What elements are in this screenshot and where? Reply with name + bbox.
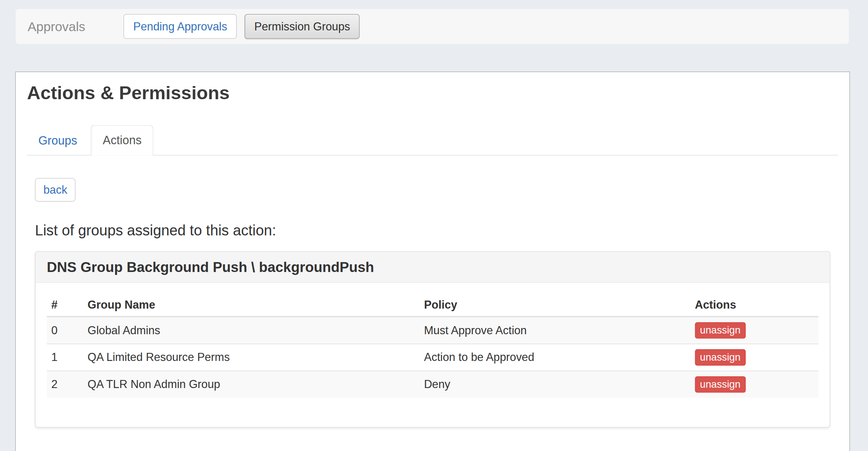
cell-group-name: QA TLR Non Admin Group [83,371,420,398]
unassign-button[interactable]: unassign [695,322,746,339]
table-row: 0 Global Admins Must Approve Action unas… [47,317,819,344]
table-row: 1 QA Limited Resource Perms Action to be… [47,344,819,371]
cell-actions: unassign [690,317,819,344]
cell-policy: Must Approve Action [419,317,690,344]
page: Approvals Pending Approvals Permission G… [0,8,868,451]
cell-index: 0 [47,317,83,344]
tab-content: back List of groups assigned to this act… [27,156,838,428]
cell-index: 2 [47,371,83,398]
cell-index: 1 [47,344,83,371]
action-group-panel-title: DNS Group Background Push \ backgroundPu… [47,259,374,275]
tab-groups[interactable]: Groups [27,126,89,156]
cell-policy: Deny [419,371,690,398]
cell-actions: unassign [690,344,819,371]
action-group-panel-body: # Group Name Policy Actions 0 Global Adm… [36,283,830,427]
unassign-button[interactable]: unassign [695,376,746,393]
column-header-group-name: Group Name [83,294,420,317]
page-title: Actions & Permissions [27,81,838,105]
table-row: 2 QA TLR Non Admin Group Deny unassign [47,371,819,398]
column-header-actions: Actions [690,294,819,317]
top-bar: Approvals Pending Approvals Permission G… [15,8,850,44]
column-header-policy: Policy [419,294,690,317]
action-group-panel-header: DNS Group Background Push \ backgroundPu… [36,252,830,283]
action-group-panel: DNS Group Background Push \ backgroundPu… [35,251,830,428]
tab-actions[interactable]: Actions [91,125,153,156]
back-button[interactable]: back [35,178,75,202]
actions-permissions-panel: Actions & Permissions Groups Actions bac… [15,71,850,451]
tab-groups-link[interactable]: Groups [27,126,89,156]
cell-policy: Action to be Approved [419,344,690,371]
table-header: # Group Name Policy Actions [47,294,819,317]
cell-actions: unassign [690,371,819,398]
assigned-groups-table: # Group Name Policy Actions 0 Global Adm… [47,294,819,398]
unassign-button[interactable]: unassign [695,349,746,366]
tab-bar: Groups Actions [27,125,838,156]
brand-approvals: Approvals [27,19,85,34]
pending-approvals-button[interactable]: Pending Approvals [123,14,237,39]
cell-group-name: QA Limited Resource Perms [83,344,420,371]
list-caption: List of groups assigned to this action: [35,222,830,239]
tab-actions-link[interactable]: Actions [91,125,153,156]
column-header-index: # [47,294,83,317]
permission-groups-button[interactable]: Permission Groups [245,14,360,39]
cell-group-name: Global Admins [83,317,420,344]
